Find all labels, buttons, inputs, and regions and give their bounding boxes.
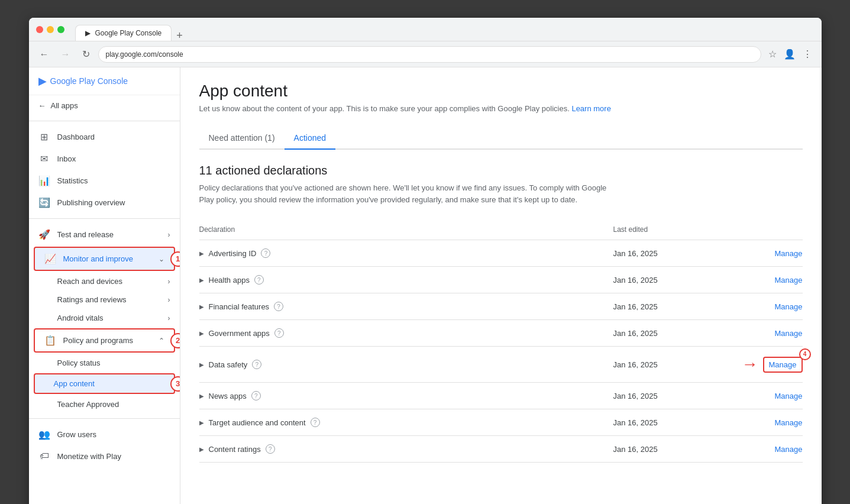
manage-button[interactable]: Manage <box>775 329 803 338</box>
statistics-icon: 📊 <box>38 175 50 186</box>
manage-button[interactable]: Manage <box>775 445 803 454</box>
table-header: Declaration Last edited <box>199 219 803 240</box>
row-expand-icon: ▶ <box>199 330 204 337</box>
help-icon[interactable]: ? <box>254 275 264 285</box>
grow-users-icon: 👥 <box>38 429 50 440</box>
omnibar: ← → ↻ ☆ 👤 ⋮ <box>29 41 822 67</box>
chevron-down-icon: ⌄ <box>159 255 164 263</box>
help-icon[interactable]: ? <box>252 360 261 369</box>
vitals-expand-icon: › <box>168 314 170 322</box>
address-bar[interactable] <box>98 46 761 63</box>
row-expand-icon: ▶ <box>199 277 204 283</box>
manage-button[interactable]: Manage <box>775 249 803 258</box>
sidebar-item-ratings-reviews[interactable]: Ratings and reviews › <box>29 290 180 309</box>
manage-button[interactable]: Manage <box>775 302 803 311</box>
help-icon[interactable]: ? <box>261 248 270 258</box>
learn-more-link[interactable]: Learn more <box>571 104 610 113</box>
sidebar-item-dashboard[interactable]: ⊞ Dashboard <box>29 126 180 148</box>
tab-actioned[interactable]: Actioned <box>285 127 335 150</box>
declarations-title: 11 actioned declarations <box>199 164 803 177</box>
tab-title: Google Play Console <box>95 29 162 37</box>
sidebar-item-label: Dashboard <box>57 133 95 141</box>
declarations-table: Declaration Last edited ▶ Advertising ID… <box>199 219 803 463</box>
declaration-name: ▶ News apps ? <box>199 391 613 400</box>
sidebar-divider-2 <box>29 218 180 219</box>
tab-need-attention[interactable]: Need attention (1) <box>199 127 285 150</box>
minimize-button[interactable] <box>47 26 54 33</box>
help-icon[interactable]: ? <box>274 302 283 311</box>
back-button[interactable]: ← <box>36 47 53 62</box>
declaration-name: ▶ Advertising ID ? <box>199 248 613 258</box>
manage-button-data-safety[interactable]: Manage <box>763 357 803 373</box>
help-icon[interactable]: ? <box>251 391 261 400</box>
monitor-improve-label: Monitor and improve <box>63 254 134 263</box>
browser-tab[interactable]: ▶ Google Play Console <box>75 25 172 41</box>
last-edited: Jan 16, 2025 <box>613 360 732 369</box>
row-expand-icon: ▶ <box>199 250 204 257</box>
last-edited: Jan 16, 2025 <box>613 445 732 454</box>
traffic-lights <box>36 26 64 33</box>
page-title: App content <box>199 82 803 101</box>
play-logo-icon: ▶ <box>38 75 47 88</box>
sidebar-item-grow-users[interactable]: 👥 Grow users <box>29 424 180 445</box>
sidebar-item-monetize[interactable]: 🏷 Monetize with Play <box>29 445 180 467</box>
row-expand-icon: ▶ <box>199 419 204 426</box>
sidebar-item-teacher-approved[interactable]: Teacher Approved <box>29 395 180 413</box>
profile-button[interactable]: 👤 <box>781 46 798 62</box>
help-icon[interactable]: ? <box>311 418 320 427</box>
bookmark-button[interactable]: ☆ <box>766 46 779 62</box>
back-arrow-icon: ← <box>38 101 46 110</box>
sidebar: ▶ Google Play Console ← All apps ⊞ Dashb… <box>29 67 180 504</box>
menu-button[interactable]: ⋮ <box>800 46 815 62</box>
manage-button[interactable]: Manage <box>775 418 803 427</box>
sidebar-section-label: Test and release <box>57 230 114 239</box>
sidebar-item-policy-status[interactable]: Policy status <box>29 354 180 372</box>
app-content-wrapper: App content 3 <box>34 373 175 394</box>
help-icon[interactable]: ? <box>274 328 284 338</box>
annotation-4: 4 <box>799 348 811 360</box>
sidebar-item-app-content[interactable]: App content <box>34 373 175 394</box>
sidebar-section-test-release[interactable]: 🚀 Test and release › <box>29 224 180 245</box>
maximize-button[interactable] <box>57 26 64 33</box>
dashboard-icon: ⊞ <box>38 131 50 143</box>
table-row: ▶ Target audience and content ? Jan 16, … <box>199 409 803 436</box>
all-apps-label: All apps <box>51 101 78 110</box>
manage-button[interactable]: Manage <box>775 392 803 400</box>
sidebar-item-label: Inbox <box>57 154 76 163</box>
last-edited: Jan 16, 2025 <box>613 392 732 400</box>
monetize-label: Monetize with Play <box>57 452 121 461</box>
new-tab-button[interactable]: + <box>172 30 188 41</box>
manage-button[interactable]: Manage <box>775 276 803 285</box>
tab-bar: ▶ Google Play Console + <box>75 18 815 41</box>
test-release-icon: 🚀 <box>38 229 50 240</box>
browser-window: ▶ Google Play Console + ← → ↻ ☆ 👤 ⋮ ▶ Go… <box>29 18 822 504</box>
ratings-expand-icon: › <box>168 296 170 304</box>
forward-button[interactable]: → <box>57 47 74 62</box>
content-tabs: Need attention (1) Actioned <box>199 127 803 150</box>
all-apps-button[interactable]: ← All apps <box>29 95 180 116</box>
declaration-name: ▶ Data safety ? <box>199 360 613 369</box>
play-logo-text: Google Play Console <box>50 76 128 86</box>
sidebar-item-reach-devices[interactable]: Reach and devices › <box>29 272 180 290</box>
declaration-name: ▶ Content ratings ? <box>199 444 613 454</box>
table-row: ▶ Advertising ID ? Jan 16, 2025 Manage <box>199 240 803 267</box>
omnibar-actions: ☆ 👤 ⋮ <box>766 46 815 62</box>
close-button[interactable] <box>36 26 43 33</box>
sidebar-section-monitor-improve[interactable]: 📈 Monitor and improve ⌄ <box>34 247 175 271</box>
title-bar: ▶ Google Play Console + <box>29 18 822 41</box>
table-row: ▶ Financial features ? Jan 16, 2025 Mana… <box>199 293 803 320</box>
sidebar-item-android-vitals[interactable]: Android vitals › <box>29 309 180 327</box>
sidebar-logo: ▶ Google Play Console <box>29 67 180 95</box>
row-expand-icon: ▶ <box>199 446 204 453</box>
sidebar-item-publishing[interactable]: 🔄 Publishing overview <box>29 192 180 214</box>
reload-button[interactable]: ↻ <box>79 46 93 62</box>
table-row: ▶ Content ratings ? Jan 16, 2025 Manage <box>199 436 803 463</box>
sidebar-item-inbox[interactable]: ✉ Inbox <box>29 148 180 170</box>
help-icon[interactable]: ? <box>266 444 275 454</box>
policy-programs-label: Policy and programs <box>63 336 134 345</box>
sidebar-item-statistics[interactable]: 📊 Statistics <box>29 170 180 192</box>
grow-users-label: Grow users <box>57 430 96 439</box>
table-row: ▶ News apps ? Jan 16, 2025 Manage <box>199 383 803 409</box>
last-edited: Jan 16, 2025 <box>613 329 732 338</box>
sidebar-section-policy-programs[interactable]: 📋 Policy and programs ⌃ <box>34 328 175 353</box>
